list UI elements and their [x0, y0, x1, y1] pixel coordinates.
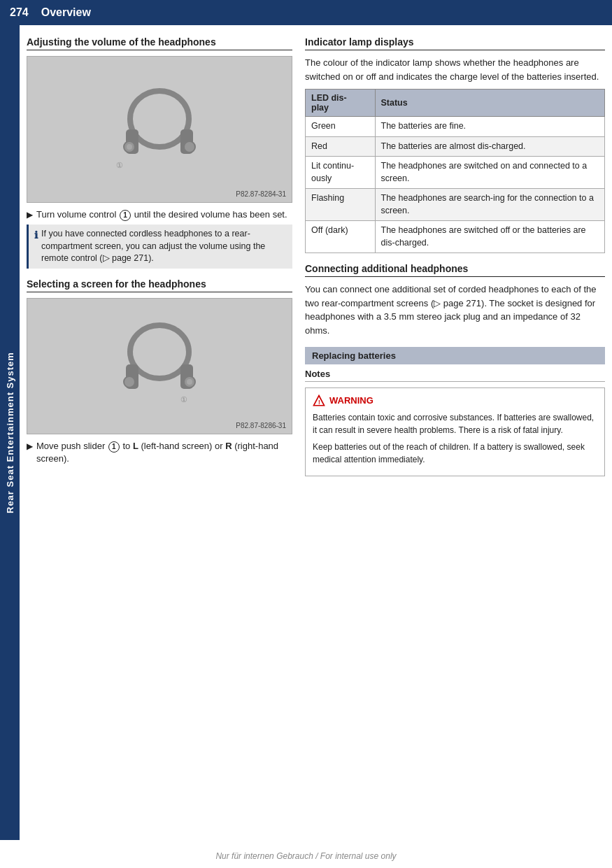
led-cell: Off (dark)	[306, 221, 376, 253]
info-box: ℹ If you have connected cordless headpho…	[27, 225, 292, 269]
svg-point-4	[184, 141, 195, 152]
connecting-title: Connecting additional headphones	[305, 263, 605, 277]
bullet2-L: L	[133, 441, 138, 451]
info-text: If you have connected cordless headphone…	[41, 228, 287, 265]
led-table: LED dis-play Status GreenThe batteries a…	[305, 89, 605, 253]
headphone-svg-1: ①	[111, 80, 208, 178]
status-cell: The headphones are switched off or the b…	[375, 221, 605, 253]
bullet2-mid2: (left-hand screen) or	[138, 441, 225, 451]
warning-label: WARNING	[329, 394, 373, 408]
warning-para-1: Batteries contain toxic and corrosive su…	[313, 411, 597, 436]
image1-label: P82.87-8284-31	[236, 190, 286, 198]
table-row: Lit continu-ouslyThe headphones are swit…	[306, 157, 605, 189]
bullet1-text: Turn volume control	[36, 209, 119, 220]
sidebar-label: Rear Seat Entertainment System	[0, 25, 20, 840]
svg-point-12	[187, 379, 192, 385]
bullet-arrow-1: ▶	[27, 209, 33, 221]
status-cell: The batteries are almost dis-charged.	[375, 136, 605, 157]
circle-num-1: 1	[120, 210, 131, 221]
svg-point-0	[130, 91, 189, 147]
svg-point-5	[127, 144, 132, 150]
led-cell: Red	[306, 136, 376, 157]
adjust-volume-section: Adjusting the volume of the headphones ①…	[27, 36, 292, 269]
table-row: FlashingThe headphones are search-ing fo…	[306, 189, 605, 221]
warning-para-2: Keep batteries out of the reach of child…	[313, 441, 597, 466]
bullet2-pre: Move push slider	[36, 441, 108, 451]
select-screen-title: Selecting a screen for the headphones	[27, 278, 292, 292]
header-title: Overview	[41, 6, 91, 19]
svg-text:!: !	[318, 399, 320, 406]
replacing-section: Replacing batteries Notes ! WARNING Batt…	[305, 347, 605, 476]
svg-text:①: ①	[116, 161, 123, 169]
bullet-slider-move: ▶ Move push slider 1 to L (left-hand scr…	[27, 440, 292, 465]
status-cell: The batteries are fine.	[375, 117, 605, 137]
info-icon: ℹ	[34, 229, 38, 243]
main-content: Adjusting the volume of the headphones ①…	[20, 25, 612, 493]
warning-box: ! WARNING Batteries contain toxic and co…	[305, 387, 605, 476]
bullet-volume-turn: ▶ Turn volume control 1 until the desire…	[27, 208, 292, 221]
headphone-image-1: ① P82.87-8284-31	[27, 56, 292, 203]
led-cell: Flashing	[306, 189, 376, 221]
warning-title: ! WARNING	[313, 394, 597, 408]
table-row: Off (dark)The headphones are switched of…	[306, 221, 605, 253]
connecting-section: Connecting additional headphones You can…	[305, 263, 605, 337]
status-cell: The headphones are switched on and conne…	[375, 157, 605, 189]
image2-label: P82.87-8286-31	[236, 422, 286, 429]
connecting-text: You can connect one additional set of co…	[305, 283, 605, 337]
right-column: Indicator lamp displays The colour of th…	[305, 36, 605, 486]
table-row: GreenThe batteries are fine.	[306, 117, 605, 137]
page-footer: Nur für internen Gebrauch / For internal…	[0, 851, 612, 861]
headphone-svg-2: ①	[111, 317, 208, 415]
svg-text:①: ①	[180, 395, 187, 404]
indicator-intro: The colour of the indicator lamp shows w…	[305, 56, 605, 83]
select-screen-section: Selecting a screen for the headphones ① …	[27, 278, 292, 465]
status-cell: The headphones are search-ing for the co…	[375, 189, 605, 221]
bullet2-mid: to	[120, 441, 133, 451]
notes-title: Notes	[305, 369, 605, 382]
page-number: 274	[10, 6, 29, 19]
page-header: 274 Overview	[0, 0, 612, 25]
adjust-volume-title: Adjusting the volume of the headphones	[27, 36, 292, 50]
table-row: RedThe batteries are almost dis-charged.	[306, 136, 605, 157]
svg-point-10	[124, 376, 135, 387]
svg-point-7	[130, 325, 189, 378]
headphone-image-2: ① P82.87-8286-31	[27, 298, 292, 434]
led-cell: Lit continu-ously	[306, 157, 376, 189]
footer-text: Nur für internen Gebrauch / For internal…	[215, 851, 396, 861]
bullet1-cont: until the desired volume has been set.	[131, 209, 287, 220]
replacing-header: Replacing batteries	[305, 347, 605, 364]
bullet-arrow-2: ▶	[27, 441, 33, 453]
led-cell: Green	[306, 117, 376, 137]
circle-num-2: 1	[108, 441, 120, 453]
indicator-section: Indicator lamp displays The colour of th…	[305, 36, 605, 253]
table-header-status: Status	[375, 90, 605, 117]
left-column: Adjusting the volume of the headphones ①…	[27, 36, 292, 486]
indicator-title: Indicator lamp displays	[305, 36, 605, 50]
warning-triangle-icon: !	[313, 394, 325, 407]
table-header-led: LED dis-play	[306, 90, 376, 117]
bullet2-R: R	[225, 441, 232, 451]
